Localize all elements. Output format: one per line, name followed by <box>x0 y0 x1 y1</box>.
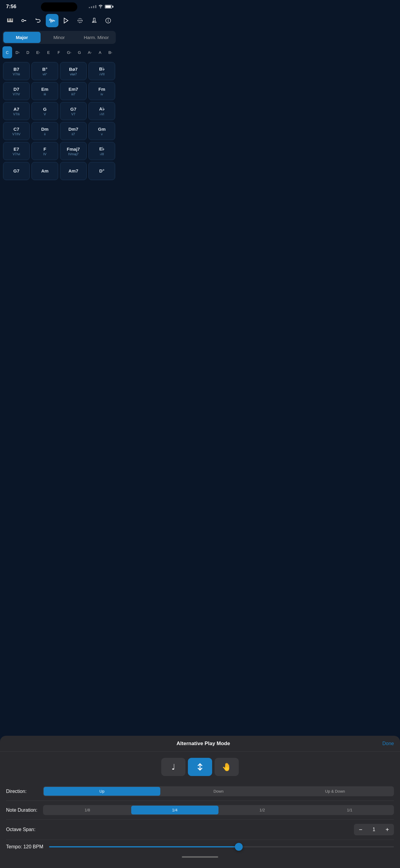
chord-E7[interactable]: E7V7/vi <box>3 142 30 160</box>
chord-Fm[interactable]: Fmiv <box>88 82 115 100</box>
chord-B7[interactable]: B7V7/iii <box>3 62 30 80</box>
key-E[interactable]: E <box>44 46 53 58</box>
chord-Gm[interactable]: Gmv <box>88 122 115 140</box>
chord-C7[interactable]: C7V7/IV <box>3 122 30 140</box>
scale-minor[interactable]: Minor <box>40 32 78 43</box>
chord-G[interactable]: GV <box>31 102 58 120</box>
chord-Am[interactable]: Am <box>31 162 58 180</box>
piano-button[interactable] <box>4 14 17 27</box>
chord-grid: B7V7/iii B°vii° Bø7viiø7 B♭♭VII D7V7/V E… <box>0 60 118 183</box>
svg-marker-11 <box>64 18 68 23</box>
play-button[interactable] <box>60 14 73 27</box>
undo-button[interactable] <box>32 14 45 27</box>
key-A[interactable]: A <box>95 46 105 58</box>
chord-F[interactable]: FIV <box>31 142 58 160</box>
chord-Em[interactable]: Emiii <box>31 82 58 100</box>
scale-harm-minor[interactable]: Harm. Minor <box>78 32 115 43</box>
key-Ab[interactable]: A♭ <box>85 46 94 58</box>
svg-point-20 <box>94 21 94 21</box>
info-button[interactable] <box>102 14 115 27</box>
key-Db[interactable]: D♭ <box>13 46 22 58</box>
chord-Fmaj7[interactable]: Fmaj7IVmaj7 <box>60 142 87 160</box>
key-selector: C D♭ D E♭ E F G♭ G A♭ A B♭ B <box>0 45 118 60</box>
scale-major[interactable]: Major <box>3 32 40 43</box>
chord-Am7[interactable]: Am7 <box>60 162 87 180</box>
battery-icon <box>105 5 112 8</box>
chord-G7[interactable]: G7V7 <box>60 102 87 120</box>
chord-Bb[interactable]: B♭♭VII <box>88 62 115 80</box>
wifi-icon <box>98 4 103 9</box>
chord-Bdim[interactable]: B°vii° <box>31 62 58 80</box>
key-D[interactable]: D <box>23 46 33 58</box>
svg-rect-7 <box>9 19 9 21</box>
playmode-button[interactable] <box>46 14 58 27</box>
scale-selector: Major Minor Harm. Minor <box>2 31 116 44</box>
chord-Ddim[interactable]: D° <box>88 162 115 180</box>
status-icons <box>89 4 112 9</box>
key-Bb[interactable]: B♭ <box>106 46 115 58</box>
chord-D7[interactable]: D7V7/V <box>3 82 30 100</box>
key-Gb[interactable]: G♭ <box>64 46 74 58</box>
svg-rect-9 <box>12 19 12 21</box>
key-F[interactable]: F <box>54 46 64 58</box>
status-bar: 7:56 <box>0 0 118 11</box>
chord-G7-bottom[interactable]: G7 <box>3 162 30 180</box>
signal-icon <box>89 5 96 8</box>
svg-point-19 <box>93 22 94 22</box>
chord-Dm7[interactable]: Dm7ii7 <box>60 122 87 140</box>
chord-Em7[interactable]: Em7iii7 <box>60 82 87 100</box>
key-button[interactable] <box>18 14 30 27</box>
svg-point-13 <box>80 20 80 21</box>
lab-button[interactable] <box>88 14 101 27</box>
key-G[interactable]: G <box>75 46 84 58</box>
chord-Ab[interactable]: A♭♭VI <box>88 102 115 120</box>
toolbar <box>0 11 118 30</box>
notch <box>41 2 77 11</box>
svg-rect-8 <box>10 19 11 21</box>
chord-Dm[interactable]: Dmii <box>31 122 58 140</box>
key-B[interactable]: B <box>116 46 118 58</box>
chord-Bhalfdim7[interactable]: Bø7viiø7 <box>60 62 87 80</box>
status-time: 7:56 <box>6 4 17 10</box>
svg-rect-6 <box>8 19 8 21</box>
svg-point-10 <box>22 19 24 22</box>
chord-A7[interactable]: A7V7/ii <box>3 102 30 120</box>
metronome-button[interactable] <box>74 14 86 27</box>
key-C[interactable]: C <box>2 46 12 58</box>
key-Eb[interactable]: E♭ <box>33 46 43 58</box>
chord-Eb[interactable]: E♭♭III <box>88 142 115 160</box>
